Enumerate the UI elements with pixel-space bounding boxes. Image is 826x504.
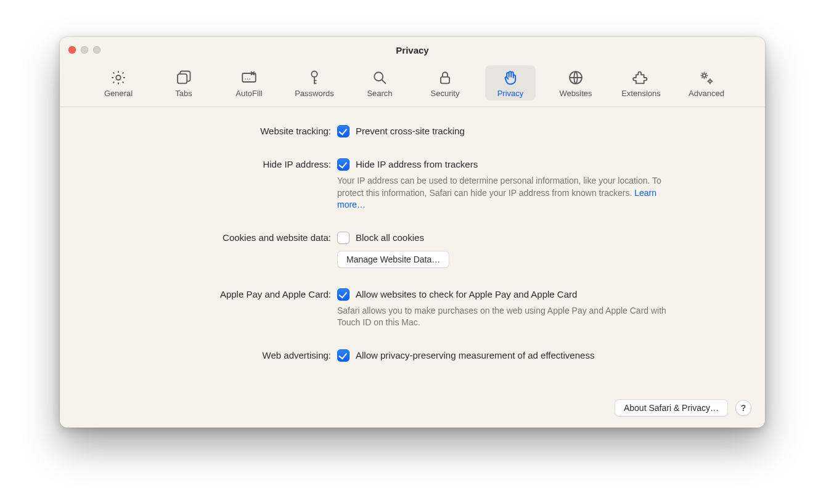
checkbox-apple-pay[interactable] xyxy=(337,288,350,301)
autofill-icon xyxy=(240,69,258,86)
label-cookies: Cookies and website data: xyxy=(84,231,337,243)
row-web-advertising: Web advertising: Allow privacy-preservin… xyxy=(84,349,740,362)
row-cookies: Cookies and website data: Block all cook… xyxy=(84,231,740,268)
tab-security[interactable]: Security xyxy=(420,65,470,100)
svg-point-5 xyxy=(249,79,250,80)
about-safari-privacy-button[interactable]: About Safari & Privacy… xyxy=(615,399,728,417)
tab-websites[interactable]: Websites xyxy=(550,65,601,100)
svg-rect-1 xyxy=(178,74,187,83)
checkbox-block-all-cookies[interactable] xyxy=(337,232,350,244)
footer: About Safari & Privacy… ? xyxy=(615,399,751,417)
key-icon xyxy=(306,69,323,86)
svg-point-10 xyxy=(703,74,706,77)
globe-icon xyxy=(567,69,584,86)
traffic-lights xyxy=(68,37,100,63)
search-icon xyxy=(371,69,388,86)
settings-body: Website tracking: Prevent cross-site tra… xyxy=(60,107,765,381)
hand-icon xyxy=(502,69,519,86)
window-close-button[interactable] xyxy=(68,46,76,54)
svg-point-11 xyxy=(709,80,711,83)
label-web-advertising: Web advertising: xyxy=(84,349,337,360)
svg-rect-8 xyxy=(441,77,449,83)
label-apple-pay: Apple Pay and Apple Card: xyxy=(84,288,337,299)
tab-label: Extensions xyxy=(621,89,661,98)
checkbox-label: Prevent cross-site tracking xyxy=(356,124,465,138)
gear-icon xyxy=(110,69,127,86)
label-website-tracking: Website tracking: xyxy=(84,124,337,136)
help-button[interactable]: ? xyxy=(735,400,751,416)
tab-label: Tabs xyxy=(175,89,192,98)
svg-point-3 xyxy=(245,79,246,80)
tab-label: General xyxy=(104,89,133,98)
window-zoom-button[interactable] xyxy=(93,46,100,54)
row-apple-pay: Apple Pay and Apple Card: Allow websites… xyxy=(84,288,740,329)
window-minimize-button[interactable] xyxy=(81,46,88,54)
tab-passwords[interactable]: Passwords xyxy=(289,65,340,100)
gears-icon xyxy=(698,69,715,86)
titlebar: Privacy xyxy=(60,37,765,63)
checkbox-label: Block all cookies xyxy=(356,231,424,245)
manage-website-data-button[interactable]: Manage Website Data… xyxy=(337,251,449,268)
tab-tabs[interactable]: Tabs xyxy=(158,65,209,100)
lock-icon xyxy=(436,69,454,86)
tab-label: Advanced xyxy=(689,89,724,98)
svg-point-4 xyxy=(247,79,248,80)
preferences-toolbar: General Tabs AutoFill Passwords xyxy=(60,63,765,107)
checkbox-label: Allow websites to check for Apple Pay an… xyxy=(356,288,577,301)
checkbox-prevent-cross-site-tracking[interactable] xyxy=(337,125,350,137)
tab-label: Websites xyxy=(559,89,592,98)
svg-point-6 xyxy=(311,71,317,77)
tab-label: Passwords xyxy=(295,89,334,98)
tab-label: Privacy xyxy=(497,89,524,98)
tab-label: Security xyxy=(431,89,460,98)
checkbox-label: Allow privacy-preserving measurement of … xyxy=(356,349,594,362)
tabs-icon xyxy=(175,69,192,86)
tab-extensions[interactable]: Extensions xyxy=(616,65,666,100)
description-apple-pay: Safari allows you to make purchases on t… xyxy=(337,305,670,329)
tab-search[interactable]: Search xyxy=(354,65,405,100)
checkbox-ad-measurement[interactable] xyxy=(337,349,350,362)
row-website-tracking: Website tracking: Prevent cross-site tra… xyxy=(84,124,740,138)
preferences-window: Privacy General Tabs AutoFill xyxy=(60,37,765,428)
tab-privacy[interactable]: Privacy xyxy=(485,65,536,100)
tab-advanced[interactable]: Advanced xyxy=(681,65,732,100)
label-hide-ip: Hide IP address: xyxy=(84,158,337,169)
tab-autofill[interactable]: AutoFill xyxy=(224,65,274,100)
svg-point-0 xyxy=(116,75,120,79)
puzzle-icon xyxy=(632,69,650,86)
window-title: Privacy xyxy=(396,45,428,55)
row-hide-ip: Hide IP address: Hide IP address from tr… xyxy=(84,158,740,211)
tab-label: AutoFill xyxy=(235,89,262,98)
checkbox-label: Hide IP address from trackers xyxy=(356,158,478,171)
description-hide-ip: Your IP address can be used to determine… xyxy=(337,175,670,211)
tab-general[interactable]: General xyxy=(93,65,144,100)
tab-label: Search xyxy=(367,89,392,98)
checkbox-hide-ip[interactable] xyxy=(337,158,350,171)
